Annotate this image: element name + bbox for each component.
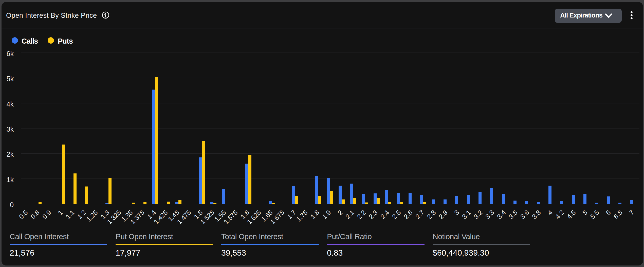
svg-text:3.6: 3.6 — [519, 209, 531, 221]
svg-text:1.9: 1.9 — [321, 209, 333, 221]
svg-text:7: 7 — [628, 209, 635, 217]
svg-text:1.75: 1.75 — [295, 209, 309, 223]
svg-text:1.8: 1.8 — [309, 209, 321, 221]
svg-text:3.3: 3.3 — [484, 209, 496, 221]
svg-text:2k: 2k — [6, 151, 14, 158]
svg-text:1: 1 — [56, 209, 64, 217]
svg-text:3.4: 3.4 — [495, 209, 507, 221]
svg-text:3.5: 3.5 — [507, 209, 519, 221]
svg-text:5.5: 5.5 — [589, 209, 601, 221]
svg-text:6k: 6k — [6, 50, 14, 58]
svg-text:3: 3 — [453, 209, 461, 217]
svg-text:0.9: 0.9 — [41, 209, 53, 221]
svg-text:0: 0 — [10, 201, 14, 209]
svg-text:2.9: 2.9 — [437, 209, 449, 221]
svg-text:2.6: 2.6 — [402, 209, 414, 221]
svg-text:2.8: 2.8 — [426, 209, 437, 221]
svg-text:4k: 4k — [6, 100, 14, 108]
svg-text:6: 6 — [604, 209, 612, 217]
svg-text:3k: 3k — [6, 126, 14, 133]
svg-text:2.1: 2.1 — [344, 209, 356, 221]
svg-text:2.7: 2.7 — [414, 209, 426, 221]
svg-text:5: 5 — [581, 209, 589, 217]
svg-text:3.1: 3.1 — [461, 209, 472, 221]
svg-text:4: 4 — [546, 209, 554, 217]
svg-text:1.25: 1.25 — [85, 209, 99, 223]
svg-text:1k: 1k — [6, 176, 14, 184]
svg-text:3.2: 3.2 — [472, 209, 484, 221]
svg-text:5k: 5k — [6, 75, 14, 83]
svg-text:4.5: 4.5 — [565, 209, 577, 221]
svg-text:2.3: 2.3 — [367, 209, 379, 221]
svg-text:6.5: 6.5 — [612, 209, 624, 221]
svg-text:4.2: 4.2 — [554, 209, 566, 221]
svg-text:1.1: 1.1 — [64, 209, 76, 221]
svg-text:2.5: 2.5 — [391, 209, 402, 221]
svg-text:2.4: 2.4 — [379, 209, 391, 221]
svg-text:0.8: 0.8 — [29, 209, 41, 221]
svg-text:0.5: 0.5 — [17, 209, 29, 221]
svg-text:3.8: 3.8 — [530, 209, 542, 221]
svg-text:2: 2 — [336, 209, 344, 217]
svg-text:2.2: 2.2 — [356, 209, 367, 221]
